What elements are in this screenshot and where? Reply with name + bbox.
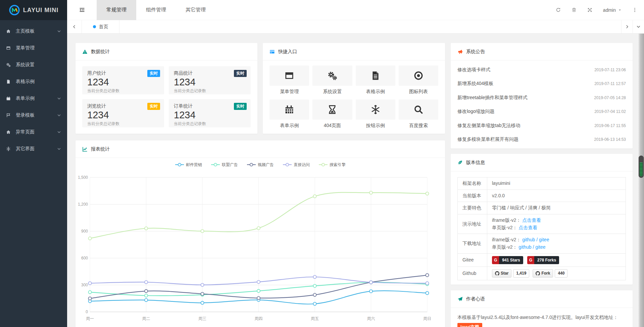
quick-entry-button-example[interactable]: 按钮示例 (356, 99, 395, 129)
quick-entry-menu-manage[interactable]: 菜单管理 (269, 66, 309, 95)
stat-box-0: 用户统计 1234 当前分类总记录数 实时 (82, 66, 164, 94)
link-gitee[interactable]: gitee (539, 237, 549, 242)
stat-desc: 当前分类总记录数 (174, 121, 246, 127)
legend-item-邮件营销[interactable]: 邮件营销 (175, 162, 202, 168)
version-value: v2.0.0 (492, 193, 505, 198)
sidebar-item-label: 主页模板 (16, 28, 35, 34)
user-menu[interactable]: admin (603, 7, 622, 13)
stat-desc: 当前分类总记录数 (87, 88, 159, 94)
sidebar-item-other-ui[interactable]: 其它界面 (0, 140, 67, 157)
quick-entry-page-404[interactable]: 404页面 (312, 99, 352, 129)
sidebar-item-home-template[interactable]: 主页模板 (0, 23, 67, 40)
report-card-title: 报表统计 (91, 146, 110, 152)
svg-text:900: 900 (81, 229, 88, 234)
sidebar-item-menu-manage[interactable]: 菜单管理 (0, 40, 67, 56)
version-label: Github (458, 267, 487, 280)
link-点击查看[interactable]: 点击查看 (522, 217, 541, 223)
version-label: 下载地址 (458, 234, 487, 253)
page-scrollbar[interactable] (638, 34, 644, 327)
sidebar-item-label: 异常页面 (16, 129, 35, 135)
stat-box-3: 订单统计 1234 当前分类总记录数 实时 (169, 99, 251, 127)
line-chart-icon (82, 147, 88, 152)
announcement-item[interactable]: 修复多模块菜单栏展开有问题 2019-06-13 14:53 (457, 133, 626, 147)
calendar-icon (6, 96, 13, 101)
legend-item-视频广告[interactable]: 视频广告 (247, 162, 274, 168)
quick-entry-label: 表格示例 (356, 89, 395, 95)
module-tab-2[interactable]: 其它管理 (176, 0, 215, 20)
github-fork-button[interactable]: Fork (533, 269, 553, 278)
legend-item-直接访问[interactable]: 直接访问 (283, 162, 310, 168)
announcement-item[interactable]: 新增系统404模板 2019-07-11 12:57 (457, 77, 626, 91)
stat-badge: 实时 (234, 70, 247, 77)
quick-entry-baidu-search[interactable]: 百度搜索 (399, 99, 438, 129)
scrollbar-thumb-stripes (640, 163, 643, 176)
announcement-item[interactable]: 修改logo缩放问题 2019-07-04 11:02 (457, 105, 626, 119)
sidebar-item-login-template[interactable]: 登录模板 (0, 107, 67, 124)
layui-doc-badge[interactable]: layui文档 (457, 323, 482, 327)
github-icon (536, 271, 540, 276)
hourglass-icon (327, 105, 337, 115)
scrollbar-thumb[interactable] (639, 156, 644, 178)
announcement-item[interactable]: 新增treetable插件和菜单管理样式 2019-07-05 14:28 (457, 91, 626, 105)
legend-label: 直接访问 (294, 162, 310, 168)
refresh-icon[interactable] (556, 7, 561, 12)
flag-icon (6, 113, 13, 118)
link-点击查看[interactable]: 点击查看 (518, 225, 537, 230)
dot-circle-icon (413, 71, 424, 81)
clear-cache-icon[interactable] (572, 7, 577, 12)
stat-value: 1234 (87, 110, 159, 121)
quick-entry-form-example[interactable]: 表单示例 (269, 99, 309, 129)
module-tab-0[interactable]: 常规管理 (97, 0, 136, 20)
stats-card: 数据统计 用户统计 1234 当前分类总记录数 实时 商品统计 1234 当前分… (76, 43, 257, 134)
announcement-date: 2019-06-17 11:55 (594, 123, 626, 128)
fullscreen-icon[interactable] (587, 7, 592, 12)
sidebar-item-form-example[interactable]: 表单示例 (0, 90, 67, 107)
link-gitee[interactable]: gitee (535, 244, 545, 250)
sidebar-item-table-example[interactable]: 表格示例 (0, 73, 67, 90)
cogs-icon (6, 63, 13, 67)
svg-text:周二: 周二 (142, 316, 150, 321)
github-star-button[interactable]: Star (492, 269, 511, 278)
sidebar-item-error-page[interactable]: 异常页面 (0, 124, 67, 140)
link-github[interactable]: github (518, 244, 531, 250)
github-widget: Fork440 (533, 269, 567, 278)
tab-home[interactable]: 首页 (82, 20, 119, 33)
legend-label: 联盟广告 (222, 162, 238, 168)
svg-text:1,200: 1,200 (78, 202, 88, 207)
quick-entry-system-setting[interactable]: 系统设置 (312, 66, 352, 95)
cogs-icon (327, 71, 337, 81)
tab-scroll-left-button[interactable] (67, 20, 82, 33)
github-count[interactable]: 1,419 (513, 269, 529, 278)
tab-scroll-right-button[interactable] (621, 20, 633, 33)
version-value: 零门槛 / 响应式 / 清爽 / 极简 (492, 205, 551, 210)
window-icon (284, 71, 294, 81)
sidebar-item-label: 登录模板 (16, 112, 35, 118)
sidebar-item-system-setting[interactable]: 系统设置 (0, 56, 67, 73)
quick-entry-label: 系统设置 (312, 89, 352, 95)
chevron-down-icon (636, 25, 641, 29)
github-count[interactable]: 440 (555, 269, 567, 278)
legend-item-搜索引擎[interactable]: 搜索引擎 (318, 162, 346, 168)
quick-entry-table-example[interactable]: 表格示例 (356, 66, 395, 95)
snowflake-icon (6, 147, 13, 151)
module-tab-1[interactable]: 组件管理 (136, 0, 176, 20)
gitee-badge[interactable]: G941 Stars (492, 256, 523, 264)
calendar-icon (284, 105, 294, 115)
sidebar-item-label: 表单示例 (16, 95, 35, 101)
announcement-text: 修复左侧菜单缩放tab无法移动 (457, 123, 520, 129)
more-menu-icon[interactable] (632, 7, 637, 12)
gitee-badge[interactable]: G278 Forks (527, 256, 559, 264)
announcement-date: 2019-07-04 11:02 (594, 109, 626, 114)
collapse-sidebar-button[interactable] (67, 0, 97, 20)
announcement-item[interactable]: 修复左侧菜单缩放tab无法移动 2019-06-17 11:55 (457, 119, 626, 133)
stat-badge: 实时 (147, 103, 160, 110)
announcement-item[interactable]: 修改选项卡样式 2019-07-11 23:06 (457, 63, 626, 77)
app-logo[interactable]: LAYUI MINI (0, 0, 67, 20)
quick-entry-icon-list[interactable]: 图标列表 (399, 66, 438, 95)
legend-item-联盟广告[interactable]: 联盟广告 (211, 162, 238, 168)
github-widget: Star1,419 (492, 269, 529, 278)
tab-options-button[interactable] (633, 20, 644, 33)
file-text-icon (6, 79, 13, 84)
announcement-date: 2019-07-11 23:06 (594, 68, 626, 72)
link-github[interactable]: github (522, 237, 535, 242)
